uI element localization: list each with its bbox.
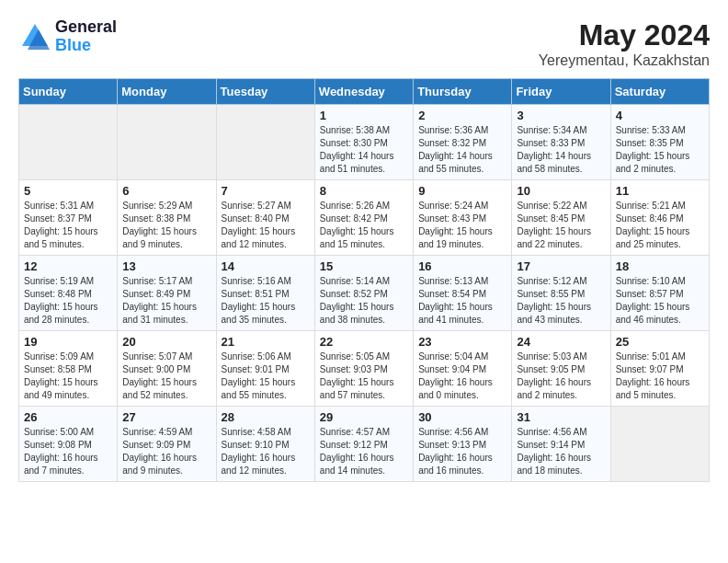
day-number: 23 <box>418 335 506 349</box>
day-number: 14 <box>222 259 310 273</box>
cell-detail: Sunrise: 5:04 AMSunset: 9:04 PMDaylight:… <box>418 350 506 402</box>
cell-detail: Sunrise: 5:38 AMSunset: 8:30 PMDaylight:… <box>320 124 408 176</box>
weekday-row: SundayMondayTuesdayWednesdayThursdayFrid… <box>19 79 710 105</box>
day-number: 31 <box>517 410 605 424</box>
cell-detail: Sunrise: 5:03 AMSunset: 9:05 PMDaylight:… <box>517 350 605 402</box>
calendar-header: SundayMondayTuesdayWednesdayThursdayFrid… <box>19 79 710 105</box>
day-number: 7 <box>222 184 310 198</box>
logo-line1: General <box>55 18 117 37</box>
cell-detail: Sunrise: 5:07 AMSunset: 9:00 PMDaylight:… <box>122 350 210 402</box>
day-number: 21 <box>222 335 310 349</box>
cell-detail: Sunrise: 5:26 AMSunset: 8:42 PMDaylight:… <box>320 200 408 251</box>
cell-detail: Sunrise: 4:58 AMSunset: 9:10 PMDaylight:… <box>222 426 310 477</box>
week-row-3: 19Sunrise: 5:09 AMSunset: 8:58 PMDayligh… <box>19 331 710 407</box>
calendar-cell: 17Sunrise: 5:12 AMSunset: 8:55 PMDayligh… <box>512 256 610 331</box>
day-number: 30 <box>418 410 506 424</box>
calendar-cell: 31Sunrise: 4:56 AMSunset: 9:14 PMDayligh… <box>512 407 610 482</box>
calendar-cell: 3Sunrise: 5:34 AMSunset: 8:33 PMDaylight… <box>512 105 610 180</box>
day-number: 3 <box>517 109 605 122</box>
cell-detail: Sunrise: 5:24 AMSunset: 8:43 PMDaylight:… <box>418 200 506 251</box>
weekday-header-sunday: Sunday <box>19 79 118 105</box>
day-number: 5 <box>24 184 112 198</box>
week-row-4: 26Sunrise: 5:00 AMSunset: 9:08 PMDayligh… <box>19 407 710 482</box>
weekday-header-tuesday: Tuesday <box>216 79 314 105</box>
month-title: May 2024 <box>539 18 710 52</box>
calendar-cell: 11Sunrise: 5:21 AMSunset: 8:46 PMDayligh… <box>610 180 709 256</box>
day-number: 8 <box>320 184 408 198</box>
calendar-cell: 30Sunrise: 4:56 AMSunset: 9:13 PMDayligh… <box>414 407 512 482</box>
calendar-cell: 14Sunrise: 5:16 AMSunset: 8:51 PMDayligh… <box>216 256 314 331</box>
day-number: 20 <box>122 335 210 349</box>
cell-detail: Sunrise: 5:01 AMSunset: 9:07 PMDaylight:… <box>616 350 704 402</box>
calendar-cell: 9Sunrise: 5:24 AMSunset: 8:43 PMDaylight… <box>414 180 512 256</box>
calendar-cell: 26Sunrise: 5:00 AMSunset: 9:08 PMDayligh… <box>19 407 118 482</box>
cell-detail: Sunrise: 5:34 AMSunset: 8:33 PMDaylight:… <box>517 124 605 176</box>
calendar-cell: 19Sunrise: 5:09 AMSunset: 8:58 PMDayligh… <box>19 331 118 407</box>
day-number: 11 <box>616 184 704 198</box>
cell-detail: Sunrise: 5:16 AMSunset: 8:51 PMDaylight:… <box>222 275 310 327</box>
calendar-cell: 29Sunrise: 4:57 AMSunset: 9:12 PMDayligh… <box>314 407 413 482</box>
title-block: May 2024 Yereymentau, Kazakhstan <box>539 18 710 69</box>
cell-detail: Sunrise: 5:29 AMSunset: 8:38 PMDaylight:… <box>122 200 210 251</box>
day-number: 4 <box>616 109 704 122</box>
week-row-0: 1Sunrise: 5:38 AMSunset: 8:30 PMDaylight… <box>19 105 710 180</box>
day-number: 9 <box>418 184 506 198</box>
cell-detail: Sunrise: 5:17 AMSunset: 8:49 PMDaylight:… <box>122 275 210 327</box>
calendar-cell: 6Sunrise: 5:29 AMSunset: 8:38 PMDaylight… <box>118 180 216 256</box>
calendar-cell: 24Sunrise: 5:03 AMSunset: 9:05 PMDayligh… <box>512 331 610 407</box>
day-number: 6 <box>122 184 210 198</box>
day-number: 12 <box>24 259 112 273</box>
calendar-cell <box>118 105 216 180</box>
location: Yereymentau, Kazakhstan <box>539 52 710 69</box>
calendar-cell <box>19 105 118 180</box>
calendar-cell: 13Sunrise: 5:17 AMSunset: 8:49 PMDayligh… <box>118 256 216 331</box>
day-number: 2 <box>418 109 506 122</box>
cell-detail: Sunrise: 5:14 AMSunset: 8:52 PMDaylight:… <box>320 275 408 327</box>
cell-detail: Sunrise: 5:31 AMSunset: 8:37 PMDaylight:… <box>24 200 112 251</box>
calendar-cell: 21Sunrise: 5:06 AMSunset: 9:01 PMDayligh… <box>216 331 314 407</box>
calendar-cell: 27Sunrise: 4:59 AMSunset: 9:09 PMDayligh… <box>118 407 216 482</box>
logo: General Blue <box>18 18 117 55</box>
day-number: 29 <box>320 410 408 424</box>
calendar-cell: 23Sunrise: 5:04 AMSunset: 9:04 PMDayligh… <box>414 331 512 407</box>
calendar-cell: 18Sunrise: 5:10 AMSunset: 8:57 PMDayligh… <box>610 256 709 331</box>
cell-detail: Sunrise: 5:36 AMSunset: 8:32 PMDaylight:… <box>418 124 506 176</box>
day-number: 10 <box>517 184 605 198</box>
calendar-body: 1Sunrise: 5:38 AMSunset: 8:30 PMDaylight… <box>19 105 710 482</box>
calendar-cell: 1Sunrise: 5:38 AMSunset: 8:30 PMDaylight… <box>314 105 413 180</box>
weekday-header-monday: Monday <box>118 79 216 105</box>
calendar-cell <box>610 407 709 482</box>
cell-detail: Sunrise: 5:22 AMSunset: 8:45 PMDaylight:… <box>517 200 605 251</box>
logo-line2: Blue <box>55 37 117 55</box>
cell-detail: Sunrise: 5:21 AMSunset: 8:46 PMDaylight:… <box>616 200 704 251</box>
day-number: 24 <box>517 335 605 349</box>
day-number: 15 <box>320 259 408 273</box>
cell-detail: Sunrise: 5:27 AMSunset: 8:40 PMDaylight:… <box>222 200 310 251</box>
cell-detail: Sunrise: 5:05 AMSunset: 9:03 PMDaylight:… <box>320 350 408 402</box>
calendar-cell: 7Sunrise: 5:27 AMSunset: 8:40 PMDaylight… <box>216 180 314 256</box>
cell-detail: Sunrise: 4:56 AMSunset: 9:13 PMDaylight:… <box>418 426 506 477</box>
weekday-header-saturday: Saturday <box>610 79 709 105</box>
cell-detail: Sunrise: 5:06 AMSunset: 9:01 PMDaylight:… <box>222 350 310 402</box>
cell-detail: Sunrise: 4:56 AMSunset: 9:14 PMDaylight:… <box>517 426 605 477</box>
calendar-cell: 2Sunrise: 5:36 AMSunset: 8:32 PMDaylight… <box>414 105 512 180</box>
day-number: 16 <box>418 259 506 273</box>
cell-detail: Sunrise: 5:19 AMSunset: 8:48 PMDaylight:… <box>24 275 112 327</box>
calendar-cell: 4Sunrise: 5:33 AMSunset: 8:35 PMDaylight… <box>610 105 709 180</box>
cell-detail: Sunrise: 4:57 AMSunset: 9:12 PMDaylight:… <box>320 426 408 477</box>
calendar-cell: 20Sunrise: 5:07 AMSunset: 9:00 PMDayligh… <box>118 331 216 407</box>
calendar-cell: 10Sunrise: 5:22 AMSunset: 8:45 PMDayligh… <box>512 180 610 256</box>
day-number: 13 <box>122 259 210 273</box>
calendar-cell: 28Sunrise: 4:58 AMSunset: 9:10 PMDayligh… <box>216 407 314 482</box>
cell-detail: Sunrise: 5:09 AMSunset: 8:58 PMDaylight:… <box>24 350 112 402</box>
weekday-header-wednesday: Wednesday <box>314 79 413 105</box>
calendar-cell: 25Sunrise: 5:01 AMSunset: 9:07 PMDayligh… <box>610 331 709 407</box>
day-number: 26 <box>24 410 112 424</box>
weekday-header-friday: Friday <box>512 79 610 105</box>
calendar-cell: 12Sunrise: 5:19 AMSunset: 8:48 PMDayligh… <box>19 256 118 331</box>
week-row-1: 5Sunrise: 5:31 AMSunset: 8:37 PMDaylight… <box>19 180 710 256</box>
page-header: General Blue May 2024 Yereymentau, Kazak… <box>18 18 710 69</box>
calendar-cell: 16Sunrise: 5:13 AMSunset: 8:54 PMDayligh… <box>414 256 512 331</box>
week-row-2: 12Sunrise: 5:19 AMSunset: 8:48 PMDayligh… <box>19 256 710 331</box>
cell-detail: Sunrise: 5:12 AMSunset: 8:55 PMDaylight:… <box>517 275 605 327</box>
